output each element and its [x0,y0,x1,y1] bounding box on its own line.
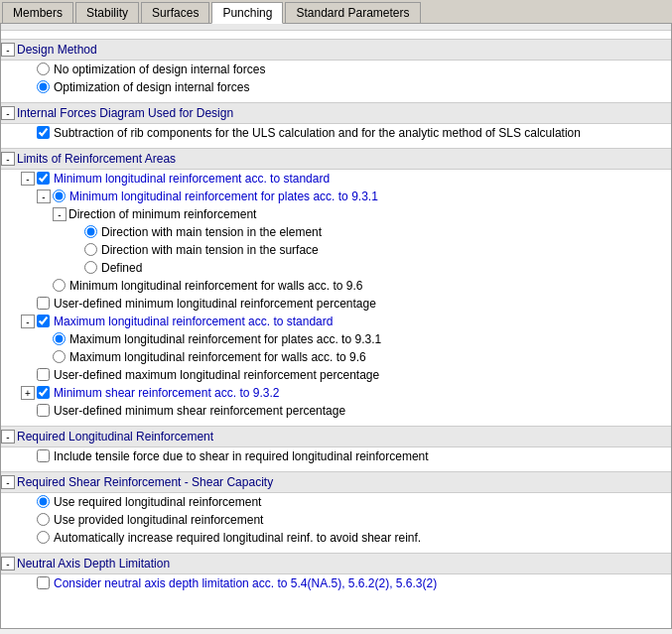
section-header-internal-forces: -Internal Forces Diagram Used for Design [1,102,671,124]
label-min-shear: Minimum shear reinforcement acc. to 9.3.… [54,385,279,401]
expander-design-method[interactable]: - [1,43,15,57]
radio-dir-main-tension-surface[interactable] [84,243,97,256]
item-dir-main-tension-surface: Direction with main tension in the surfa… [1,241,671,259]
spacer-user-max-long [21,367,35,381]
label-dir-main-tension-element: Direction with main tension in the eleme… [101,224,322,240]
section-neutral-axis: -Neutral Axis Depth LimitationConsider n… [1,553,671,592]
tab-bar: MembersStabilitySurfacesPunchingStandard… [0,0,672,24]
radio-no-optimization[interactable] [37,63,50,75]
section-title-required-shear: Required Shear Reinforcement - Shear Cap… [17,474,273,490]
label-dir-main-tension-surface: Direction with main tension in the surfa… [101,242,319,258]
label-subtraction-rib: Subtraction of rib components for the UL… [54,125,581,141]
label-min-long-walls: Minimum longitudinal reinforcement for w… [69,278,362,294]
section-title-design-method: Design Method [17,42,97,58]
section-title-internal-forces: Internal Forces Diagram Used for Design [17,105,233,121]
checkbox-user-min-shear[interactable] [37,404,50,417]
label-direction-min: Direction of minimum reinforcement [68,206,256,222]
section-required-long: -Required Longitudinal ReinforcementIncl… [1,426,671,465]
expander-min-long-plates[interactable]: - [37,190,51,203]
section-header-limits-reinforcement: -Limits of Reinforcement Areas [1,148,671,170]
item-user-min-long: User-defined minimum longitudinal reinfo… [1,295,671,313]
section-title-limits-reinforcement: Limits of Reinforcement Areas [17,151,176,167]
label-optimization: Optimization of design internal forces [54,79,249,95]
tree: -Design MethodNo optimization of design … [1,31,671,598]
checkbox-user-max-long[interactable] [37,368,50,381]
expander-min-shear[interactable]: + [21,386,35,400]
radio-auto-increase[interactable] [37,531,50,544]
spacer-consider-neutral [21,575,35,589]
label-use-required-long: Use required longitudinal reinforcement [54,494,261,510]
checkbox-subtraction-rib[interactable] [37,126,50,139]
spacer-use-required-long [21,494,35,508]
label-auto-increase: Automatically increase required longitud… [54,530,421,546]
item-use-required-long: Use required longitudinal reinforcement [1,493,671,511]
item-user-min-shear: User-defined minimum shear reinforcement… [1,402,671,420]
radio-min-long-walls[interactable] [53,279,66,292]
expander-required-shear[interactable]: - [1,475,15,489]
item-no-optimization: No optimization of design internal force… [1,61,671,78]
radio-max-long-plates[interactable] [53,332,66,345]
section-header-required-shear: -Required Shear Reinforcement - Shear Ca… [1,471,671,493]
expander-neutral-axis[interactable]: - [1,557,15,571]
spacer-optimization [21,79,35,93]
section-limits-reinforcement: -Limits of Reinforcement Areas-Minimum l… [1,148,671,420]
checkbox-user-min-long[interactable] [37,297,50,310]
radio-optimization[interactable] [37,80,50,93]
label-min-long-standard: Minimum longitudinal reinforcement acc. … [54,171,330,187]
radio-min-long-plates[interactable] [53,190,66,202]
label-user-max-long: User-defined maximum longitudinal reinfo… [54,367,379,383]
label-user-min-shear: User-defined minimum shear reinforcement… [54,403,345,419]
tab-stability[interactable]: Stability [75,2,139,23]
checkbox-max-long-standard[interactable] [37,315,50,327]
spacer-tensile-force [21,448,35,462]
expander-required-long[interactable]: - [1,430,15,444]
spacer-dir-main-tension-surface [68,242,82,256]
label-no-optimization: No optimization of design internal force… [54,62,265,77]
label-tensile-force: Include tensile force due to shear in re… [54,448,429,464]
expander-min-long-standard[interactable]: - [21,172,35,186]
section-required-shear: -Required Shear Reinforcement - Shear Ca… [1,471,671,547]
item-max-long-walls: Maximum longitudinal reinforcement for w… [1,348,671,366]
spacer-dir-defined [68,260,82,274]
radio-use-provided-long[interactable] [37,513,50,526]
section-internal-forces: -Internal Forces Diagram Used for Design… [1,102,671,142]
item-dir-defined: Defined [1,259,671,277]
label-max-long-standard: Maximum longitudinal reinforcement acc. … [54,314,333,329]
item-auto-increase: Automatically increase required longitud… [1,529,671,547]
item-consider-neutral: Consider neutral axis depth limitation a… [1,574,671,592]
checkbox-tensile-force[interactable] [37,449,50,462]
design-parameters-header [1,24,671,31]
spacer-max-long-plates [37,331,51,345]
item-use-provided-long: Use provided longitudinal reinforcement [1,511,671,529]
spacer-dir-main-tension-element [68,224,82,238]
checkbox-min-long-standard[interactable] [37,172,50,185]
tab-standard-parameters[interactable]: Standard Parameters [285,2,420,23]
radio-use-required-long[interactable] [37,495,50,508]
label-user-min-long: User-defined minimum longitudinal reinfo… [54,296,376,312]
tab-surfaces[interactable]: Surfaces [141,2,209,23]
label-max-long-plates: Maximum longitudinal reinforcement for p… [69,331,381,347]
expander-internal-forces[interactable]: - [1,106,15,120]
item-subtraction-rib: Subtraction of rib components for the UL… [1,124,671,142]
spacer-use-provided-long [21,512,35,526]
radio-dir-defined[interactable] [84,261,97,274]
item-min-long-walls: Minimum longitudinal reinforcement for w… [1,277,671,295]
section-header-design-method: -Design Method [1,39,671,61]
expander-direction-min[interactable]: - [53,207,67,221]
tab-punching[interactable]: Punching [211,2,283,24]
checkbox-consider-neutral[interactable] [37,576,50,589]
radio-dir-main-tension-element[interactable] [84,225,97,238]
tab-members[interactable]: Members [2,2,73,23]
radio-max-long-walls[interactable] [53,350,66,363]
spacer-user-min-long [21,296,35,310]
content-area: -Design MethodNo optimization of design … [0,24,672,629]
section-header-required-long: -Required Longitudinal Reinforcement [1,426,671,447]
item-optimization: Optimization of design internal forces [1,78,671,96]
item-user-max-long: User-defined maximum longitudinal reinfo… [1,366,671,384]
label-consider-neutral: Consider neutral axis depth limitation a… [54,575,437,591]
expander-max-long-standard[interactable]: - [21,315,35,328]
item-min-shear: +Minimum shear reinforcement acc. to 9.3… [1,384,671,402]
checkbox-min-shear[interactable] [37,386,50,399]
spacer-max-long-walls [37,349,51,363]
expander-limits-reinforcement[interactable]: - [1,152,15,166]
